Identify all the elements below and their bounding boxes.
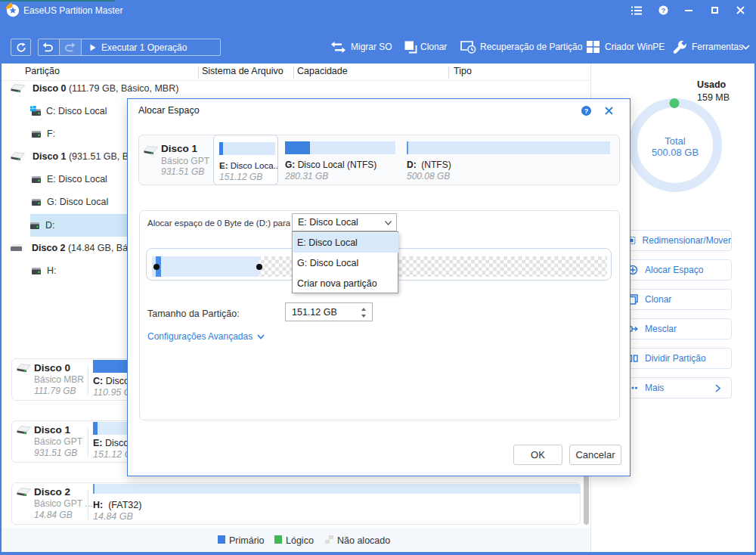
- svg-text:?: ?: [584, 107, 589, 115]
- svg-text:?: ?: [662, 7, 666, 14]
